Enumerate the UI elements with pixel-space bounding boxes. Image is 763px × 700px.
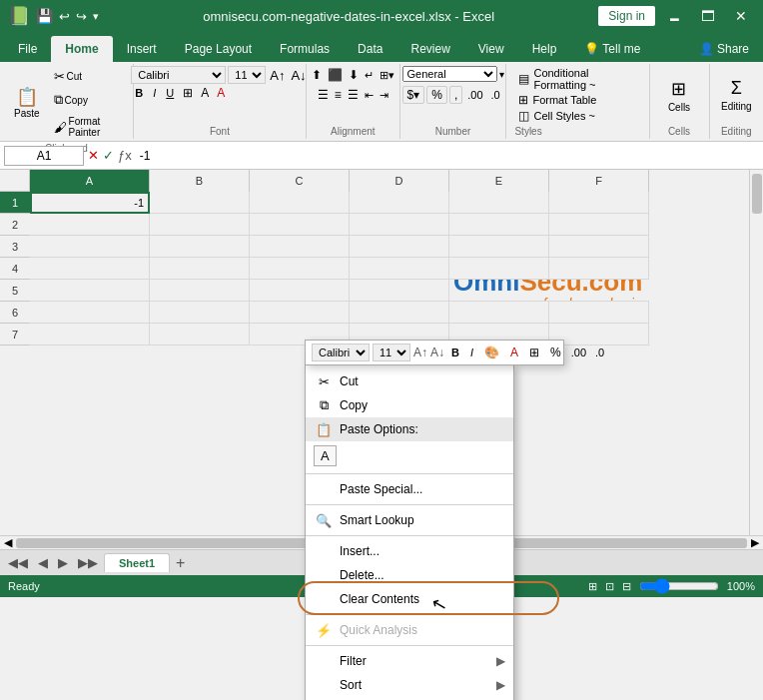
tab-tell-me[interactable]: 💡Tell me — [570, 36, 654, 62]
tab-file[interactable]: File — [4, 36, 51, 62]
ctx-sort[interactable]: Sort ▶ — [306, 673, 513, 697]
ctx-delete[interactable]: Delete... — [306, 563, 513, 587]
cut-button[interactable]: ✂ Cut — [48, 66, 125, 87]
tab-page-layout[interactable]: Page Layout — [171, 36, 266, 62]
tab-review[interactable]: Review — [396, 36, 463, 62]
increase-indent-button[interactable]: ⇥ — [378, 87, 390, 104]
view-normal-icon[interactable]: ⊞ — [588, 580, 597, 593]
cell-F6[interactable] — [549, 302, 649, 324]
cell-D1[interactable] — [350, 192, 449, 214]
scroll-right-button[interactable]: ▶ — [751, 536, 759, 549]
ctx-paste-special[interactable]: Paste Special... — [306, 477, 513, 501]
cell-D4[interactable] — [350, 258, 449, 280]
cell-D6[interactable] — [350, 302, 449, 324]
insert-function-button[interactable]: ƒx — [118, 148, 132, 163]
col-header-D[interactable]: D — [350, 170, 449, 192]
row-header-1[interactable]: 1 — [0, 192, 30, 214]
col-header-E[interactable]: E — [449, 170, 549, 192]
bold-button[interactable]: B — [131, 86, 147, 100]
mini-fill-button[interactable]: 🎨 — [480, 345, 503, 360]
mini-size-select[interactable]: 11 — [373, 344, 410, 361]
shrink-font-button[interactable]: A↓ — [289, 67, 308, 84]
tab-data[interactable]: Data — [344, 36, 396, 62]
font-color-button[interactable]: A — [214, 85, 228, 101]
align-right-button[interactable]: ☰ — [346, 86, 361, 104]
tab-view[interactable]: View — [464, 36, 518, 62]
cell-B2[interactable] — [150, 214, 250, 236]
cell-C4[interactable] — [250, 258, 350, 280]
mini-italic-button[interactable]: I — [466, 346, 477, 359]
signin-button[interactable]: Sign in — [598, 6, 655, 26]
cell-F1[interactable] — [549, 192, 649, 214]
row-header-5[interactable]: 5 — [0, 280, 30, 302]
tab-share[interactable]: 👤Share — [685, 36, 763, 62]
border-button[interactable]: ⊞ — [180, 85, 196, 101]
cancel-formula-button[interactable]: ✕ — [88, 148, 99, 163]
cell-F3[interactable] — [549, 236, 649, 258]
cell-E1[interactable] — [449, 192, 549, 214]
quick-access-save[interactable]: 💾 — [36, 8, 53, 24]
minimize-button[interactable]: 🗕 — [659, 6, 689, 26]
cell-E6[interactable] — [449, 302, 549, 324]
cell-F4[interactable] — [549, 258, 649, 280]
cell-C2[interactable] — [250, 214, 350, 236]
cell-D3[interactable] — [350, 236, 449, 258]
row-header-3[interactable]: 3 — [0, 236, 30, 258]
cell-F7[interactable] — [549, 324, 649, 346]
mini-border-button[interactable]: ⊞ — [525, 345, 543, 360]
sheet-nav-last[interactable]: ▶▶ — [74, 553, 102, 572]
maximize-button[interactable]: 🗖 — [693, 6, 723, 26]
ctx-insert[interactable]: Insert... — [306, 539, 513, 563]
tab-formulas[interactable]: Formulas — [266, 36, 344, 62]
view-layout-icon[interactable]: ⊡ — [605, 580, 614, 593]
cells-button[interactable]: ⊞ Cells — [662, 75, 696, 116]
ctx-filter[interactable]: Filter ▶ — [306, 649, 513, 673]
paste-button[interactable]: 📋 Paste — [8, 85, 46, 122]
ctx-copy[interactable]: ⧉ Copy — [306, 393, 513, 417]
align-left-button[interactable]: ☰ — [316, 86, 331, 104]
cell-D5[interactable] — [350, 280, 449, 302]
col-header-A[interactable]: A — [30, 170, 150, 192]
row-header-2[interactable]: 2 — [0, 214, 30, 236]
font-size-select[interactable]: 11 — [228, 66, 266, 84]
number-format-select[interactable]: General — [402, 66, 497, 82]
cell-C3[interactable] — [250, 236, 350, 258]
add-sheet-button[interactable]: + — [172, 554, 189, 572]
quick-access-undo[interactable]: ↩ — [59, 9, 70, 24]
align-middle-button[interactable]: ⬛ — [326, 66, 345, 84]
ctx-smart-lookup[interactable]: 🔍 Smart Lookup — [306, 508, 513, 532]
font-family-select[interactable]: Calibri — [131, 66, 226, 84]
cell-C5[interactable] — [250, 280, 350, 302]
sheet-nav-prev[interactable]: ◀ — [34, 553, 52, 572]
confirm-formula-button[interactable]: ✓ — [103, 148, 114, 163]
tab-home[interactable]: Home — [51, 36, 112, 62]
cell-B3[interactable] — [150, 236, 250, 258]
sheet-nav-next[interactable]: ▶ — [54, 553, 72, 572]
vertical-scrollbar[interactable] — [749, 170, 763, 535]
cell-B5[interactable] — [150, 280, 250, 302]
decrease-decimal-button[interactable]: .0 — [488, 88, 503, 102]
editing-button[interactable]: Σ Editing — [715, 75, 758, 115]
copy-button[interactable]: ⧉ Copy — [48, 89, 125, 111]
format-as-table-button[interactable]: ⊞ Format Table — [514, 92, 640, 108]
mini-decimal-dec[interactable]: .0 — [592, 346, 607, 359]
tab-insert[interactable]: Insert — [113, 36, 171, 62]
mini-bold-button[interactable]: B — [447, 346, 463, 359]
cell-A7[interactable] — [30, 324, 150, 346]
align-bottom-button[interactable]: ⬇ — [347, 66, 361, 84]
merge-button[interactable]: ⊞▾ — [378, 67, 396, 84]
scroll-left-button[interactable]: ◀ — [4, 536, 12, 549]
cell-A6[interactable] — [30, 302, 150, 324]
mini-font-select[interactable]: Calibri — [312, 344, 370, 361]
cell-A1[interactable]: -1 — [30, 192, 150, 214]
conditional-formatting-button[interactable]: ▤ Conditional Formatting ~ — [514, 66, 640, 92]
ctx-clear-contents[interactable]: Clear Contents — [306, 587, 513, 611]
mini-font-color-button[interactable]: A — [506, 345, 522, 360]
sheet-tab-sheet1[interactable]: Sheet1 — [104, 553, 170, 572]
cell-A4[interactable] — [30, 258, 150, 280]
col-header-F[interactable]: F — [549, 170, 649, 192]
mini-percent-button[interactable]: % — [546, 345, 565, 360]
align-top-button[interactable]: ⬆ — [310, 66, 324, 84]
cell-A5[interactable] — [30, 280, 150, 302]
mini-decimal-inc[interactable]: .00 — [568, 346, 589, 359]
